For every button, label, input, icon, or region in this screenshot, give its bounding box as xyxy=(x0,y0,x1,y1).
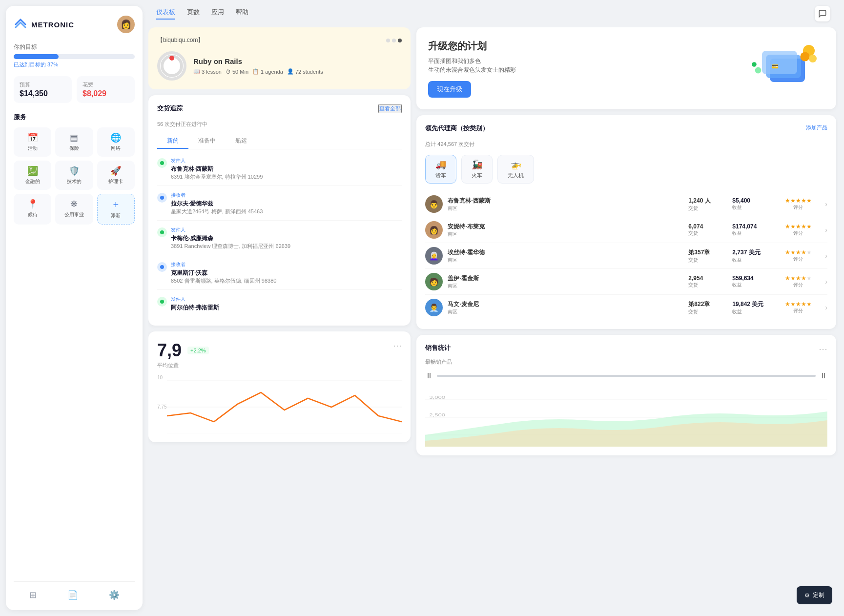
course-duration: ⏱ 50 Min xyxy=(226,68,248,75)
sidebar-header: METRONIC 👩 xyxy=(14,16,135,33)
truck-label: 货车 xyxy=(435,172,446,179)
customize-label: 定制 xyxy=(813,591,824,599)
agent-rev-label-1: 收益 xyxy=(732,204,771,211)
agent-transactions-2: 6,074 xyxy=(688,223,727,230)
service-finance[interactable]: 💹 金融的 xyxy=(14,161,51,190)
y-label-10: 10 xyxy=(157,375,163,380)
view-all-button[interactable]: 查看全部 xyxy=(378,104,402,113)
sales-stats-card: 销售统计 最畅销产品 ⋯ ⏸ ⏸ xyxy=(416,335,836,455)
agent-rev-label-3: 收益 xyxy=(732,257,771,264)
nav-pages[interactable]: 页数 xyxy=(187,8,200,20)
tab-shipping[interactable]: 船运 xyxy=(226,134,257,149)
upgrade-title: 升级您的计划 xyxy=(428,40,516,53)
agent-avatar-5: 👨‍💼 xyxy=(425,299,443,316)
add-icon: + xyxy=(113,199,119,210)
course-logo xyxy=(157,51,186,81)
delivery-tabs: 新的 准备中 船运 xyxy=(157,134,402,149)
services-title: 服务 xyxy=(14,113,135,122)
agent-arrow-4[interactable]: › xyxy=(825,278,827,286)
agent-region-5: 南区 xyxy=(448,308,683,315)
service-network[interactable]: 🌐 网络 xyxy=(97,127,135,157)
dot1 xyxy=(386,39,390,42)
svg-point-6 xyxy=(160,300,164,304)
agent-trans-label-5: 交货 xyxy=(688,308,727,315)
drone-label: 无人机 xyxy=(508,172,524,179)
host-icon: 📍 xyxy=(27,199,38,209)
drone-icon: 🚁 xyxy=(511,159,521,170)
delivery-item-1: 发件人 布鲁克林·西蒙斯 6391 埃尔金圣塞塞尔, 特拉华州 10299 xyxy=(157,157,402,186)
course-meta: 📖 3 lesson ⏱ 50 Min 📋 1 agenda xyxy=(193,68,323,75)
upgrade-info: 升级您的计划 平面插图和我们多色 生动的未混合紫色头发女士的精彩 现在升级 xyxy=(428,40,516,98)
agent-revenue-2: $174,074 收益 xyxy=(732,223,771,237)
course-agenda: 📋 1 agenda xyxy=(252,68,283,75)
delivery-subtitle: 56 次交付正在进行中 xyxy=(157,121,402,128)
receiver-role-1: 接收者 xyxy=(171,192,263,199)
sender-name-2: 卡梅伦·威廉姆森 xyxy=(171,234,290,243)
sales-chart-area: 3,000 2,500 xyxy=(425,388,827,447)
sender-role-2: 发件人 xyxy=(171,226,290,233)
agent-arrow-2[interactable]: › xyxy=(825,226,827,234)
avg-position-trend: +2.2% xyxy=(187,347,209,354)
user-avatar[interactable]: 👩 xyxy=(117,16,135,33)
tab-preparing[interactable]: 准备中 xyxy=(188,134,226,149)
agent-arrow-3[interactable]: › xyxy=(825,252,827,260)
course-card-header: 【biqubiqu.com】 xyxy=(157,36,402,44)
cat-tab-train[interactable]: 🚂 火车 xyxy=(461,155,493,184)
activity-label: 活动 xyxy=(28,145,38,152)
logo-icon xyxy=(14,18,27,31)
tech-icon: 🛡️ xyxy=(69,165,80,176)
receiver-name-1: 拉尔夫·爱德华兹 xyxy=(171,200,263,208)
nav-help[interactable]: 帮助 xyxy=(236,8,248,20)
course-lessons: 📖 3 lesson xyxy=(193,68,222,75)
upgrade-button[interactable]: 现在升级 xyxy=(428,81,471,98)
cat-tab-truck[interactable]: 🚚 货车 xyxy=(425,155,456,184)
rating-label-5: 评分 xyxy=(776,308,820,314)
service-insurance[interactable]: ▤ 保险 xyxy=(55,127,93,157)
service-tech[interactable]: 🛡️ 技术的 xyxy=(55,161,93,190)
main-content: 仪表板 页数 应用 帮助 【biqubiqu.com】 xyxy=(148,0,844,616)
logo-area: METRONIC xyxy=(14,18,74,31)
insurance-icon: ▤ xyxy=(70,132,78,143)
agent-region-2: 南区 xyxy=(448,231,683,238)
delivery-title: 交货追踪 xyxy=(157,104,183,113)
agent-name-1: 布鲁克林·西蒙斯 xyxy=(448,197,683,205)
service-public[interactable]: ❋ 公用事业 xyxy=(55,194,93,225)
customize-button[interactable]: ⚙ 定制 xyxy=(797,586,832,604)
goal-label: 你的目标 xyxy=(14,43,135,51)
agent-transactions-3: 第357章 xyxy=(688,248,727,257)
slider-track[interactable] xyxy=(437,375,816,377)
chat-icon[interactable] xyxy=(815,6,830,21)
agent-revenue-4: $59,634 收益 xyxy=(732,275,771,288)
agent-name-4: 盖伊·霍金斯 xyxy=(448,274,683,283)
agent-arrow-5[interactable]: › xyxy=(825,304,827,311)
avg-position-more-btn[interactable]: ⋯ xyxy=(393,340,402,351)
service-host[interactable]: 📍 候待 xyxy=(14,194,51,225)
gear-icon[interactable]: ⚙️ xyxy=(109,590,120,600)
agent-info-2: 安妮特·布莱克 南区 xyxy=(448,223,683,238)
add-product-button[interactable]: 添加产品 xyxy=(806,124,827,131)
service-activity[interactable]: 📅 活动 xyxy=(14,127,51,157)
nav-dashboard[interactable]: 仪表板 xyxy=(156,8,175,20)
service-nurse[interactable]: 🚀 护理卡 xyxy=(97,161,135,190)
logo-text: METRONIC xyxy=(31,21,74,29)
service-add[interactable]: + 添新 xyxy=(97,194,135,225)
agent-row-5: 👨‍💼 马文·麦金尼 南区 第822章 交货 19,842 美元 xyxy=(425,295,827,320)
network-icon: 🌐 xyxy=(110,132,121,143)
left-column: 【biqubiqu.com】 xyxy=(148,27,411,455)
sender-addr-1: 6391 埃尔金圣塞塞尔, 特拉华州 10299 xyxy=(171,173,263,181)
agent-arrow-1[interactable]: › xyxy=(825,200,827,208)
layers-icon[interactable]: ⊞ xyxy=(29,590,37,600)
y-label-775: 7.75 xyxy=(157,404,166,410)
finance-label: 金融的 xyxy=(25,178,40,185)
course-title: Ruby on Rails xyxy=(193,57,323,65)
tab-new[interactable]: 新的 xyxy=(157,134,188,149)
expense-label: 花费 xyxy=(82,81,129,88)
nav-apps[interactable]: 应用 xyxy=(211,8,224,20)
file-icon[interactable]: 📄 xyxy=(67,590,78,600)
sales-more-btn[interactable]: ⋯ xyxy=(819,344,827,354)
cat-tab-drone[interactable]: 🚁 无人机 xyxy=(497,155,534,184)
sender-info-2: 发件人 卡梅伦·威廉姆森 3891 Ranchview 理查森博士, 加利福尼亚… xyxy=(171,226,290,250)
svg-text:💳: 💳 xyxy=(772,63,779,70)
budget-card: 预算 $14,350 xyxy=(14,76,72,103)
agent-stars-1: ★★★★★ xyxy=(776,197,820,204)
